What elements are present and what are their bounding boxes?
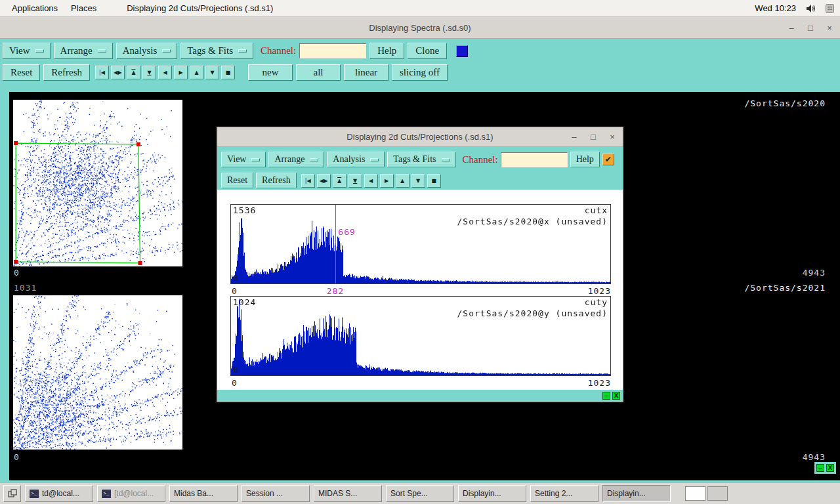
channel-input[interactable] (299, 43, 366, 58)
cuts-toolbar: View Arrange Analysis Tags & Fits Channe… (217, 147, 623, 193)
nav-square-button[interactable]: ■ (221, 66, 235, 79)
color-swatch-button[interactable] (456, 45, 468, 57)
checkmark-toggle-button[interactable]: ✔ (602, 154, 614, 165)
all-button[interactable]: all (296, 64, 341, 81)
notification-icon[interactable] (825, 3, 835, 14)
nav-down-button[interactable]: ▼ (205, 66, 219, 79)
spectra-window-titlebar[interactable]: Displaying Spectra (.sd.s0) – □ × (0, 17, 840, 39)
cuts-window: Displaying 2d Cuts/Projections (.sd.s1) … (217, 127, 623, 402)
corner-minimize-button[interactable]: − (602, 392, 610, 400)
new-button[interactable]: new (248, 64, 293, 81)
task-label: [td@local... (114, 489, 154, 498)
places-menu[interactable]: Places (64, 1, 103, 16)
menu-indicator-icon (310, 158, 318, 161)
task-button-setting-2d[interactable]: Setting 2... (530, 485, 598, 502)
menu-indicator-icon (251, 158, 260, 161)
help-button[interactable]: Help (570, 152, 600, 167)
nav-bottom-button[interactable]: ▼ (348, 174, 362, 188)
nav-up-button[interactable]: ▲ (396, 174, 410, 188)
nav-first-button[interactable]: |◀ (95, 66, 109, 79)
spectrum-s2020-name: /SortSas/s2020 (744, 98, 826, 108)
minimize-button[interactable]: – (786, 23, 797, 33)
slicing-button[interactable]: slicing off (392, 64, 448, 81)
task-button-midas-s[interactable]: MIDAS S... (314, 485, 382, 502)
analysis-menu-button[interactable]: Analysis (116, 43, 178, 59)
channel-label: Channel: (261, 45, 296, 56)
cuty-x-max: 1023 (588, 378, 611, 388)
nav-expand-button[interactable]: ◀▶ (317, 174, 331, 188)
cutx-cursor-count: 669 (338, 227, 355, 237)
nav-top-button[interactable]: ▲ (333, 174, 346, 188)
workspace-2[interactable] (707, 486, 728, 501)
nav-left-button[interactable]: ◀ (364, 174, 378, 188)
maximize-button[interactable]: □ (805, 23, 816, 33)
task-label: Midas Ba... (174, 489, 213, 498)
window-selector-button[interactable] (3, 485, 21, 502)
view-menu-button[interactable]: View (3, 43, 51, 59)
cutx-title: cutx (585, 205, 608, 215)
analysis-menu-label: Analysis (333, 154, 365, 165)
corner-close-button[interactable]: X (612, 392, 620, 400)
task-button-displaying-spectra[interactable]: Displayin... (458, 485, 526, 502)
cutx-cursor-channel: 282 (327, 286, 344, 296)
arrange-menu-label: Arrange (274, 154, 304, 165)
panel-window-list-item[interactable]: Displaying 2d Cuts/Projections (.sd.s1) (120, 1, 280, 16)
view-menu-button[interactable]: View (221, 152, 266, 167)
cutx-cursor-line[interactable] (335, 205, 336, 284)
cuts-bottom-strip: − X (217, 390, 623, 402)
spectrum-s2021-2d-plot[interactable] (13, 295, 182, 450)
corner-minimize-button[interactable]: − (816, 464, 824, 472)
cuty-x-min: 0 (232, 378, 238, 388)
channel-input[interactable] (501, 152, 568, 167)
task-button-sort-spectra[interactable]: Sort Spe... (386, 485, 454, 502)
cuty-axis: 0 1023 (230, 378, 611, 388)
reset-button[interactable]: Reset (3, 64, 40, 81)
menu-indicator-icon (442, 158, 450, 161)
nav-right-button[interactable]: ▶ (174, 66, 188, 79)
maximize-button[interactable]: □ (588, 132, 598, 142)
top-panel: Applications Places Displaying 2d Cuts/P… (0, 0, 840, 17)
corner-close-button[interactable]: X (826, 464, 834, 472)
minimize-button[interactable]: – (569, 132, 579, 142)
nav-top-button[interactable]: ▲ (127, 66, 140, 79)
clone-button[interactable]: Clone (408, 43, 447, 59)
task-button-displaying-cuts[interactable]: Displayin... (602, 485, 671, 502)
volume-icon[interactable] (805, 3, 816, 14)
applications-menu[interactable]: Applications (5, 1, 64, 16)
analysis-menu-button[interactable]: Analysis (327, 152, 385, 167)
task-button-terminal-2[interactable]: >_ [td@local... (97, 485, 165, 502)
refresh-button[interactable]: Refresh (43, 64, 90, 81)
close-button[interactable]: × (824, 23, 835, 33)
help-button[interactable]: Help (369, 43, 404, 59)
linear-button[interactable]: linear (344, 64, 388, 81)
arrange-menu-button[interactable]: Arrange (268, 152, 324, 167)
workspace-1[interactable] (685, 486, 705, 501)
task-label: Sort Spe... (390, 489, 428, 498)
arrange-menu-button[interactable]: Arrange (54, 43, 113, 59)
nav-left-button[interactable]: ◀ (158, 66, 172, 79)
clock[interactable]: Wed 10:23 (755, 3, 796, 13)
nav-right-button[interactable]: ▶ (380, 174, 394, 188)
refresh-button[interactable]: Refresh (256, 173, 297, 188)
reset-button[interactable]: Reset (221, 173, 253, 188)
spectrum-s2020-2d-plot[interactable] (13, 100, 182, 266)
arrange-menu-label: Arrange (60, 45, 93, 56)
tags-fits-menu-button[interactable]: Tags & Fits (180, 43, 253, 59)
nav-first-button[interactable]: |◀ (301, 174, 315, 188)
task-button-terminal-1[interactable]: >_ td@local... (25, 485, 93, 502)
nav-up-button[interactable]: ▲ (190, 66, 203, 79)
task-button-session[interactable]: Session ... (242, 485, 310, 502)
cuts-window-titlebar[interactable]: Displaying 2d Cuts/Projections (.sd.s1) … (217, 127, 623, 147)
tags-fits-menu-button[interactable]: Tags & Fits (387, 152, 455, 167)
close-button[interactable]: × (607, 132, 618, 142)
workspace-switcher (685, 486, 728, 501)
task-label: td@local... (42, 489, 79, 498)
nav-expand-button[interactable]: ◀▶ (111, 66, 125, 79)
nav-bottom-button[interactable]: ▼ (142, 66, 156, 79)
menu-indicator-icon (162, 49, 171, 52)
nav-square-button[interactable]: ■ (427, 174, 441, 188)
tags-fits-menu-label: Tags & Fits (393, 154, 436, 165)
task-button-midas-base[interactable]: Midas Ba... (169, 485, 238, 502)
terminal-icon: >_ (30, 490, 39, 498)
nav-down-button[interactable]: ▼ (411, 174, 425, 188)
